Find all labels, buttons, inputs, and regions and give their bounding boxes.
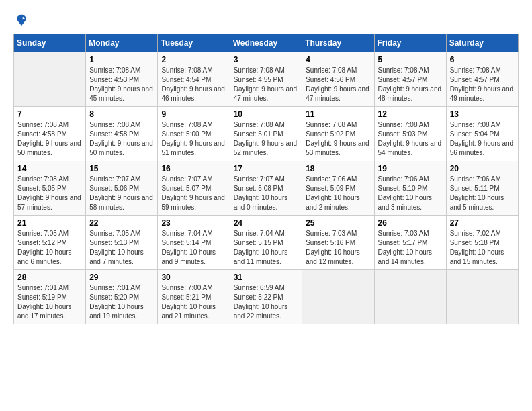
calendar-cell: 21Sunrise: 7:05 AMSunset: 5:12 PMDayligh… bbox=[14, 216, 86, 270]
day-number: 1 bbox=[89, 55, 154, 64]
calendar-cell: 9Sunrise: 7:08 AMSunset: 5:00 PMDaylight… bbox=[158, 107, 230, 161]
week-row-2: 7Sunrise: 7:08 AMSunset: 4:58 PMDaylight… bbox=[14, 107, 519, 161]
calendar-cell: 8Sunrise: 7:08 AMSunset: 4:58 PMDaylight… bbox=[86, 107, 158, 161]
day-number: 30 bbox=[161, 273, 226, 282]
calendar-cell: 2Sunrise: 7:08 AMSunset: 4:54 PMDaylight… bbox=[158, 52, 230, 107]
calendar-cell: 30Sunrise: 7:00 AMSunset: 5:21 PMDayligh… bbox=[158, 270, 230, 324]
day-info: Sunrise: 7:05 AMSunset: 5:13 PMDaylight:… bbox=[89, 229, 154, 267]
day-number: 21 bbox=[17, 218, 82, 228]
day-info: Sunrise: 7:08 AMSunset: 5:05 PMDaylight:… bbox=[17, 175, 82, 212]
day-number: 31 bbox=[234, 273, 299, 282]
day-info: Sunrise: 7:05 AMSunset: 5:12 PMDaylight:… bbox=[17, 229, 82, 267]
day-number: 15 bbox=[89, 164, 154, 173]
calendar-cell: 13Sunrise: 7:08 AMSunset: 5:04 PMDayligh… bbox=[446, 107, 518, 161]
calendar-cell: 24Sunrise: 7:04 AMSunset: 5:15 PMDayligh… bbox=[230, 216, 302, 270]
calendar-cell: 29Sunrise: 7:01 AMSunset: 5:20 PMDayligh… bbox=[86, 270, 158, 324]
calendar-cell: 22Sunrise: 7:05 AMSunset: 5:13 PMDayligh… bbox=[86, 216, 158, 270]
calendar-cell: 26Sunrise: 7:03 AMSunset: 5:17 PMDayligh… bbox=[374, 216, 446, 270]
page-header bbox=[13, 13, 519, 27]
logo-icon bbox=[15, 13, 28, 27]
day-header-sunday: Sunday bbox=[14, 34, 86, 52]
day-header-saturday: Saturday bbox=[446, 34, 518, 52]
day-number: 12 bbox=[378, 109, 443, 119]
day-header-tuesday: Tuesday bbox=[158, 34, 230, 52]
calendar-cell bbox=[302, 270, 374, 324]
day-info: Sunrise: 7:04 AMSunset: 5:15 PMDaylight:… bbox=[234, 229, 299, 267]
calendar-cell: 15Sunrise: 7:07 AMSunset: 5:06 PMDayligh… bbox=[86, 161, 158, 216]
day-info: Sunrise: 7:08 AMSunset: 5:03 PMDaylight:… bbox=[378, 120, 443, 158]
day-info: Sunrise: 7:08 AMSunset: 4:56 PMDaylight:… bbox=[306, 66, 370, 103]
day-number: 29 bbox=[89, 273, 154, 282]
day-info: Sunrise: 7:02 AMSunset: 5:18 PMDaylight:… bbox=[450, 229, 515, 267]
day-info: Sunrise: 7:07 AMSunset: 5:08 PMDaylight:… bbox=[234, 175, 299, 212]
calendar-cell: 27Sunrise: 7:02 AMSunset: 5:18 PMDayligh… bbox=[446, 216, 518, 270]
day-number: 2 bbox=[161, 55, 226, 64]
day-info: Sunrise: 7:08 AMSunset: 5:02 PMDaylight:… bbox=[306, 120, 370, 158]
day-number: 8 bbox=[89, 109, 154, 119]
calendar-cell bbox=[374, 270, 446, 324]
day-number: 24 bbox=[234, 218, 299, 228]
day-info: Sunrise: 7:08 AMSunset: 4:58 PMDaylight:… bbox=[17, 120, 82, 158]
day-info: Sunrise: 7:08 AMSunset: 5:01 PMDaylight:… bbox=[234, 120, 299, 158]
day-number: 17 bbox=[234, 164, 299, 173]
day-info: Sunrise: 7:08 AMSunset: 4:54 PMDaylight:… bbox=[161, 66, 226, 103]
day-info: Sunrise: 7:08 AMSunset: 4:57 PMDaylight:… bbox=[378, 66, 443, 103]
calendar-cell: 17Sunrise: 7:07 AMSunset: 5:08 PMDayligh… bbox=[230, 161, 302, 216]
day-number: 11 bbox=[306, 109, 370, 119]
calendar-cell: 31Sunrise: 6:59 AMSunset: 5:22 PMDayligh… bbox=[230, 270, 302, 324]
calendar-cell: 20Sunrise: 7:06 AMSunset: 5:11 PMDayligh… bbox=[446, 161, 518, 216]
day-number: 6 bbox=[450, 55, 515, 64]
calendar-table: SundayMondayTuesdayWednesdayThursdayFrid… bbox=[13, 34, 519, 324]
day-number: 26 bbox=[378, 218, 443, 228]
day-number: 10 bbox=[234, 109, 299, 119]
day-header-wednesday: Wednesday bbox=[230, 34, 302, 52]
calendar-cell: 23Sunrise: 7:04 AMSunset: 5:14 PMDayligh… bbox=[158, 216, 230, 270]
day-number: 18 bbox=[306, 164, 370, 173]
day-info: Sunrise: 7:00 AMSunset: 5:21 PMDaylight:… bbox=[161, 283, 226, 321]
week-row-1: 1Sunrise: 7:08 AMSunset: 4:53 PMDaylight… bbox=[14, 52, 519, 107]
day-number: 4 bbox=[306, 55, 370, 64]
day-info: Sunrise: 6:59 AMSunset: 5:22 PMDaylight:… bbox=[234, 283, 299, 321]
calendar-cell: 12Sunrise: 7:08 AMSunset: 5:03 PMDayligh… bbox=[374, 107, 446, 161]
day-info: Sunrise: 7:08 AMSunset: 5:00 PMDaylight:… bbox=[161, 120, 226, 158]
day-number: 23 bbox=[161, 218, 226, 228]
day-info: Sunrise: 7:06 AMSunset: 5:10 PMDaylight:… bbox=[378, 175, 443, 212]
calendar-cell: 4Sunrise: 7:08 AMSunset: 4:56 PMDaylight… bbox=[302, 52, 374, 107]
calendar-cell: 6Sunrise: 7:08 AMSunset: 4:57 PMDaylight… bbox=[446, 52, 518, 107]
day-number: 14 bbox=[17, 164, 82, 173]
day-info: Sunrise: 7:07 AMSunset: 5:07 PMDaylight:… bbox=[161, 175, 226, 212]
day-info: Sunrise: 7:08 AMSunset: 5:04 PMDaylight:… bbox=[450, 120, 515, 158]
calendar-cell: 18Sunrise: 7:06 AMSunset: 5:09 PMDayligh… bbox=[302, 161, 374, 216]
day-info: Sunrise: 7:01 AMSunset: 5:20 PMDaylight:… bbox=[89, 283, 154, 321]
week-row-4: 21Sunrise: 7:05 AMSunset: 5:12 PMDayligh… bbox=[14, 216, 519, 270]
day-number: 16 bbox=[161, 164, 226, 173]
day-number: 5 bbox=[378, 55, 443, 64]
day-info: Sunrise: 7:06 AMSunset: 5:09 PMDaylight:… bbox=[306, 175, 370, 212]
day-number: 27 bbox=[450, 218, 515, 228]
day-info: Sunrise: 7:01 AMSunset: 5:19 PMDaylight:… bbox=[17, 283, 82, 321]
day-number: 28 bbox=[17, 273, 82, 282]
calendar-cell: 1Sunrise: 7:08 AMSunset: 4:53 PMDaylight… bbox=[86, 52, 158, 107]
day-header-thursday: Thursday bbox=[302, 34, 374, 52]
calendar-cell: 5Sunrise: 7:08 AMSunset: 4:57 PMDaylight… bbox=[374, 52, 446, 107]
day-info: Sunrise: 7:08 AMSunset: 4:57 PMDaylight:… bbox=[450, 66, 515, 103]
day-info: Sunrise: 7:03 AMSunset: 5:16 PMDaylight:… bbox=[306, 229, 370, 267]
day-header-friday: Friday bbox=[374, 34, 446, 52]
day-info: Sunrise: 7:08 AMSunset: 4:53 PMDaylight:… bbox=[89, 66, 154, 103]
day-number: 9 bbox=[161, 109, 226, 119]
calendar-cell bbox=[446, 270, 518, 324]
day-info: Sunrise: 7:08 AMSunset: 4:58 PMDaylight:… bbox=[89, 120, 154, 158]
logo bbox=[13, 13, 28, 27]
calendar-cell: 11Sunrise: 7:08 AMSunset: 5:02 PMDayligh… bbox=[302, 107, 374, 161]
calendar-cell: 3Sunrise: 7:08 AMSunset: 4:55 PMDaylight… bbox=[230, 52, 302, 107]
week-row-3: 14Sunrise: 7:08 AMSunset: 5:05 PMDayligh… bbox=[14, 161, 519, 216]
calendar-cell: 28Sunrise: 7:01 AMSunset: 5:19 PMDayligh… bbox=[14, 270, 86, 324]
day-info: Sunrise: 7:04 AMSunset: 5:14 PMDaylight:… bbox=[161, 229, 226, 267]
day-info: Sunrise: 7:06 AMSunset: 5:11 PMDaylight:… bbox=[450, 175, 515, 212]
day-number: 7 bbox=[17, 109, 82, 119]
day-number: 22 bbox=[89, 218, 154, 228]
calendar-cell: 19Sunrise: 7:06 AMSunset: 5:10 PMDayligh… bbox=[374, 161, 446, 216]
day-header-monday: Monday bbox=[86, 34, 158, 52]
days-header-row: SundayMondayTuesdayWednesdayThursdayFrid… bbox=[14, 34, 519, 52]
day-number: 3 bbox=[234, 55, 299, 64]
